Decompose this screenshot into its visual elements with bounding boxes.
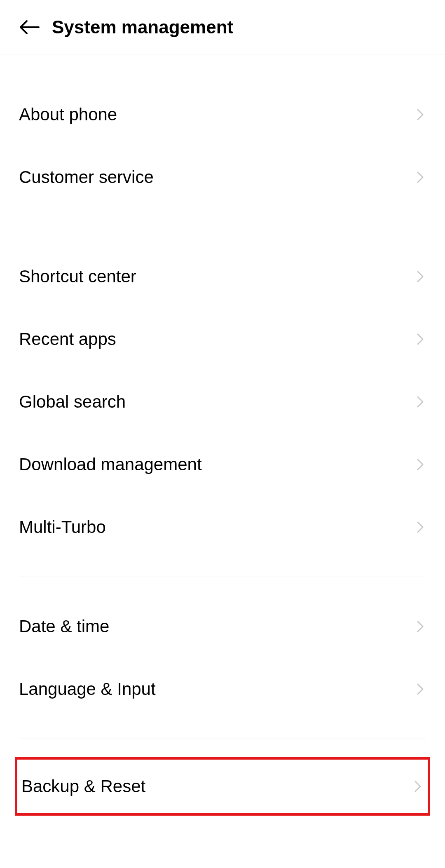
back-button[interactable] bbox=[19, 17, 40, 38]
divider bbox=[19, 227, 426, 227]
item-label: Download management bbox=[19, 455, 202, 474]
divider bbox=[19, 577, 426, 577]
chevron-right-icon bbox=[415, 459, 426, 470]
item-about-phone[interactable]: About phone bbox=[19, 83, 426, 146]
chevron-right-icon bbox=[415, 521, 426, 533]
item-label: Date & time bbox=[19, 617, 109, 636]
item-date-time[interactable]: Date & time bbox=[19, 595, 426, 658]
group-general: About phone Customer service bbox=[0, 83, 445, 209]
arrow-left-icon bbox=[19, 19, 40, 35]
item-language-input[interactable]: Language & Input bbox=[19, 658, 426, 720]
chevron-right-icon bbox=[415, 396, 426, 408]
chevron-right-icon bbox=[415, 621, 426, 632]
item-customer-service[interactable]: Customer service bbox=[19, 146, 426, 209]
item-label: Shortcut center bbox=[19, 267, 136, 286]
item-label: Global search bbox=[19, 392, 126, 412]
item-global-search[interactable]: Global search bbox=[19, 371, 426, 433]
page-title: System management bbox=[52, 17, 233, 38]
chevron-right-icon bbox=[415, 171, 426, 183]
item-label: Backup & Reset bbox=[21, 777, 145, 796]
divider bbox=[19, 739, 426, 739]
item-download-management[interactable]: Download management bbox=[19, 433, 426, 496]
item-label: Recent apps bbox=[19, 329, 116, 349]
highlight-annotation: Backup & Reset bbox=[15, 757, 430, 816]
chevron-right-icon bbox=[415, 271, 426, 282]
item-label: Multi-Turbo bbox=[19, 517, 106, 537]
group-shortcuts: Shortcut center Recent apps Global searc… bbox=[0, 245, 445, 558]
chevron-right-icon bbox=[415, 683, 426, 695]
item-multi-turbo[interactable]: Multi-Turbo bbox=[19, 496, 426, 558]
item-shortcut-center[interactable]: Shortcut center bbox=[19, 245, 426, 308]
item-label: Customer service bbox=[19, 167, 154, 187]
chevron-right-icon bbox=[412, 781, 424, 792]
content-area: About phone Customer service Shortcut ce… bbox=[0, 54, 445, 816]
header: System management bbox=[0, 0, 445, 54]
item-backup-reset[interactable]: Backup & Reset bbox=[21, 760, 424, 813]
item-label: About phone bbox=[19, 105, 117, 124]
item-recent-apps[interactable]: Recent apps bbox=[19, 308, 426, 371]
group-locale: Date & time Language & Input bbox=[0, 595, 445, 720]
chevron-right-icon bbox=[415, 333, 426, 345]
chevron-right-icon bbox=[415, 109, 426, 120]
item-label: Language & Input bbox=[19, 679, 156, 699]
